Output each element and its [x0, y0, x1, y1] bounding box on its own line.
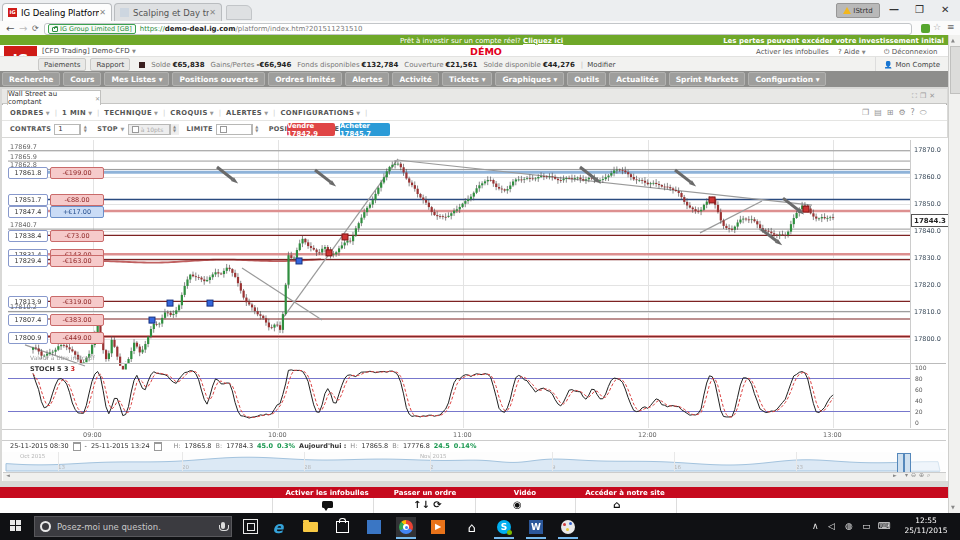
photos-icon[interactable] — [364, 517, 384, 537]
menu-actualit-s[interactable]: Actualités — [609, 72, 666, 86]
reload-button[interactable]: ⟳ — [32, 24, 39, 33]
ev-certificate-chip[interactable]: IG Group Limited [GB] — [48, 24, 136, 34]
start-button[interactable] — [10, 520, 22, 532]
help-menu[interactable]: ? Aide ▼ — [838, 48, 866, 56]
file-explorer-icon[interactable] — [300, 517, 320, 537]
speech-bubble-icon[interactable] — [322, 501, 333, 508]
charttool-ordres[interactable]: ORDRES — [10, 109, 44, 117]
chart-tab-close-icon[interactable]: ✕ — [95, 95, 100, 102]
scroll-right-arrow[interactable]: ► — [893, 472, 897, 478]
range-start[interactable]: 25-11-2015 08:30 — [10, 442, 69, 450]
menu-positions-ouvertes[interactable]: Positions ouvertes — [172, 72, 265, 86]
films-tv-icon[interactable]: ▶ — [428, 517, 448, 537]
menu-activit-[interactable]: Activité — [392, 72, 439, 86]
order-level-row[interactable]: 17851.7-€88.00 — [8, 194, 104, 206]
page-scrollbar-thumb[interactable] — [950, 46, 960, 94]
volume-icon[interactable]: ◁ — [828, 521, 835, 531]
taskbar-clock[interactable]: 12:5525/11/2015 — [903, 516, 949, 536]
notification-icon[interactable]: ▭ — [862, 521, 871, 531]
account-selector[interactable]: [CFD Trading] Demo-CFD ▼ — [42, 47, 136, 55]
footer-link-order-arrows[interactable]: Passer un ordre — [394, 489, 457, 497]
menu-sprint-markets[interactable]: Sprint Markets — [669, 72, 746, 86]
address-bar[interactable]: IG Group Limited [GB] https://demo-deal.… — [44, 23, 912, 35]
cortana-search-box[interactable]: Posez-moi une question. — [34, 516, 232, 537]
window-close-button[interactable]: ✕ — [941, 4, 949, 15]
menu-recherche[interactable]: Recherche — [2, 72, 60, 86]
skype-icon[interactable]: S — [494, 517, 514, 537]
chart-window-controls[interactable]: ⛶❐✕ — [912, 92, 938, 100]
chart-window-tab[interactable]: Wall Street au comptant✕ — [7, 90, 101, 105]
menu-cours[interactable]: Cours — [63, 72, 101, 86]
bookmark-star-icon[interactable]: ☆ — [933, 22, 941, 32]
store-icon[interactable] — [332, 517, 352, 537]
tab-close-icon[interactable]: ✕ — [99, 8, 106, 17]
menu-ordres-limit-s[interactable]: Ordres limités — [268, 72, 342, 86]
order-level-row[interactable]: 17838.4-€73.00 — [8, 230, 104, 242]
microphone-icon[interactable] — [221, 522, 225, 529]
chart-zoom-controls[interactable]: ▾⊖⊕⌕ — [905, 471, 933, 479]
charttool-croquis[interactable]: CROQUIS — [170, 109, 208, 117]
banner-link[interactable]: Cliquez ici — [523, 37, 563, 45]
edge-icon[interactable]: e — [268, 517, 288, 537]
tab-close-icon[interactable]: ✕ — [209, 8, 216, 17]
page-scrollbar[interactable] — [948, 35, 960, 513]
limite-checkbox[interactable] — [220, 126, 227, 133]
price-chart-canvas[interactable] — [2, 138, 948, 481]
tray-chevron-icon[interactable]: ∧ — [812, 521, 819, 531]
chart-hscrollbar[interactable] — [3, 472, 946, 481]
back-button[interactable]: ← — [6, 23, 14, 34]
charttool-technique[interactable]: TECHNIQUE — [104, 109, 152, 117]
footer-link-home[interactable]: Accéder à notre site — [585, 489, 665, 497]
modifier-link[interactable]: Modifier — [587, 61, 615, 69]
browser-tab-inactive[interactable]: Scalping et Day tradi ✕ — [114, 3, 222, 21]
logout-link[interactable]: ⏻ Déconnexion — [884, 48, 937, 56]
home-app-icon[interactable]: ⌂ — [462, 517, 482, 537]
network-icon[interactable]: ◍ — [845, 521, 853, 531]
stop-spinner[interactable]: ▲▼ — [170, 124, 179, 135]
order-arrows-icon[interactable]: ↑↓ ⟳ — [413, 499, 442, 510]
limite-input[interactable] — [216, 124, 252, 135]
order-level-row[interactable]: 17829.4-€163.00 — [8, 255, 104, 267]
chart-toolbar-icons[interactable]: ❐▤⊞⚙?⬭ — [862, 108, 932, 118]
calendar-icon[interactable] — [73, 442, 81, 451]
order-level-row[interactable]: 17847.4+€17.00 — [8, 206, 104, 218]
paint-icon[interactable] — [558, 517, 578, 537]
footer-link-speech-bubble[interactable]: Activer les infobulles — [285, 489, 368, 497]
home-icon[interactable]: ⌂ — [613, 499, 620, 510]
extension-icon[interactable] — [921, 24, 930, 33]
new-tab-button[interactable] — [226, 5, 252, 20]
contrats-input[interactable]: 1 — [54, 124, 80, 135]
mon-compte-button[interactable]: 👤 Mon Compte — [875, 57, 948, 72]
order-level-row[interactable]: 17800.9-€449.00 — [8, 332, 104, 344]
browser-tab-active[interactable]: IG IG Dealing Platform ✕ — [2, 3, 112, 21]
charttool-1-min[interactable]: 1 MIN — [62, 109, 86, 117]
header-infobulles-link[interactable]: Activer les infobulles — [756, 48, 829, 56]
task-view-button[interactable] — [243, 519, 258, 534]
limite-spinner[interactable]: ▲▼ — [252, 124, 261, 135]
stop-input[interactable]: à 10pts — [128, 124, 170, 135]
footer-link-play-circle[interactable]: Vidéo — [514, 489, 536, 497]
sell-button[interactable]: Vendre 17842.9 — [287, 123, 335, 136]
window-maximize-button[interactable]: ❐ — [915, 4, 924, 15]
forward-button[interactable]: → — [19, 23, 27, 34]
rapport-button[interactable]: Rapport — [90, 58, 130, 71]
stop-checkbox[interactable] — [132, 126, 139, 133]
play-circle-icon[interactable]: ◉ — [513, 499, 522, 510]
contrats-spinner[interactable]: ▲▼ — [80, 124, 89, 135]
menu-configuration[interactable]: Configuration ▾ — [748, 72, 826, 86]
menu-outils[interactable]: Outils — [567, 72, 606, 86]
menu-alertes[interactable]: Alertes — [345, 72, 389, 86]
buy-button[interactable]: Acheter 17845.7 — [340, 123, 390, 136]
charttool-configurations[interactable]: CONFIGURATIONS — [280, 109, 354, 117]
chrome-icon[interactable] — [396, 517, 416, 537]
menu-tickets[interactable]: Tickets ▾ — [442, 72, 492, 86]
scroll-left-arrow[interactable]: ◄ — [6, 472, 10, 478]
menu-graphiques[interactable]: Graphiques ▾ — [495, 72, 564, 86]
calendar-icon[interactable] — [154, 442, 162, 451]
plugin-warning-badge[interactable]: IStrtd — [836, 3, 880, 18]
scrollbar-up-arrow[interactable]: ▲ — [951, 37, 955, 43]
order-level-row[interactable]: 17807.4-€383.00 — [8, 314, 104, 326]
keyboard-icon[interactable]: ⌨ — [878, 521, 891, 531]
window-minimize-button[interactable]: — — [889, 4, 899, 15]
paiements-button[interactable]: Paiements — [38, 58, 86, 71]
